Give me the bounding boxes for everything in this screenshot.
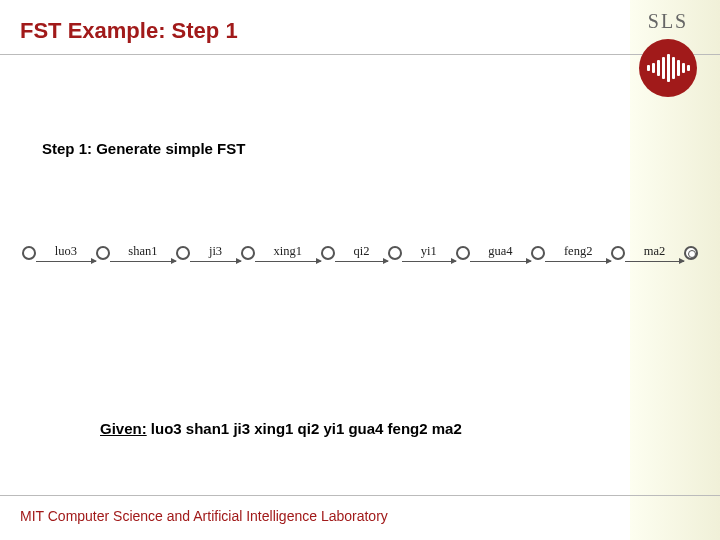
fst-arc: luo3 xyxy=(36,240,96,266)
fst-state xyxy=(531,246,545,260)
fst-state xyxy=(241,246,255,260)
fst-arc: ma2 xyxy=(625,240,684,266)
fst-arc: qi2 xyxy=(335,240,388,266)
fst-arc: feng2 xyxy=(545,240,611,266)
fst-state xyxy=(456,246,470,260)
header: FST Example: Step 1 xyxy=(20,18,610,44)
fst-diagram: luo3 shan1 ji3 xing1 qi2 yi1 gua4 feng2 … xyxy=(22,240,698,266)
fst-arc: gua4 xyxy=(470,240,532,266)
fst-arc: shan1 xyxy=(110,240,177,266)
sound-wave-icon xyxy=(639,39,697,97)
fst-state xyxy=(22,246,36,260)
fst-arc: xing1 xyxy=(255,240,321,266)
divider-bottom xyxy=(0,495,720,496)
fst-arc: ji3 xyxy=(190,240,241,266)
fst-state-final xyxy=(684,246,698,260)
fst-arc: yi1 xyxy=(402,240,455,266)
step-heading: Step 1: Generate simple FST xyxy=(42,140,245,157)
logo: SLS xyxy=(628,10,708,97)
given-label: Given: xyxy=(100,420,147,437)
fst-state xyxy=(96,246,110,260)
footer-text: MIT Computer Science and Artificial Inte… xyxy=(20,508,388,524)
slide: FST Example: Step 1 SLS Step 1: Generate… xyxy=(0,0,720,540)
fst-state xyxy=(388,246,402,260)
fst-state xyxy=(176,246,190,260)
fst-state xyxy=(611,246,625,260)
slide-title: FST Example: Step 1 xyxy=(20,18,610,44)
fst-state xyxy=(321,246,335,260)
logo-text: SLS xyxy=(628,10,708,33)
divider-top xyxy=(0,54,720,55)
given-line: Given: luo3 shan1 ji3 xing1 qi2 yi1 gua4… xyxy=(100,420,462,437)
given-value: luo3 shan1 ji3 xing1 qi2 yi1 gua4 feng2 … xyxy=(151,420,462,437)
